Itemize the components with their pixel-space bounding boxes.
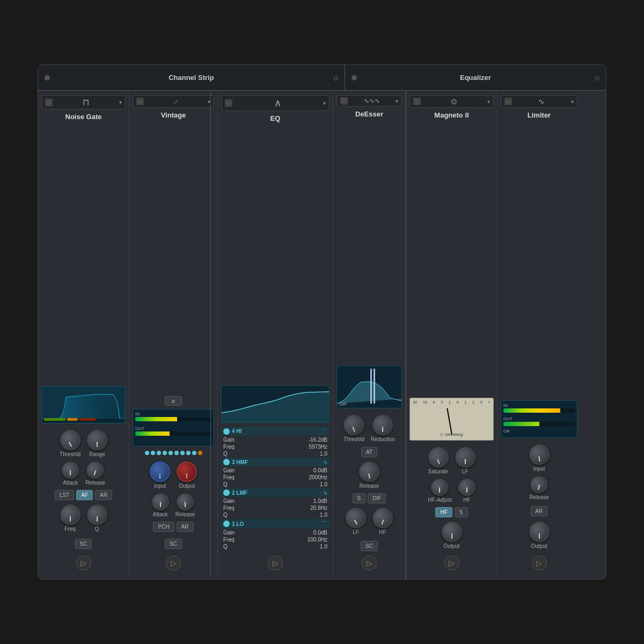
dot-6 xyxy=(174,451,179,455)
deesser-power-button[interactable]: ▷ xyxy=(362,555,377,570)
eq-band3-freq-row: Freq 2000Hz xyxy=(221,474,330,481)
limiter-dropdown[interactable]: ▾ xyxy=(571,99,574,105)
threshold-knob[interactable] xyxy=(60,430,80,450)
magneto-dropdown[interactable]: ▾ xyxy=(487,99,490,105)
magneto-hf-knob[interactable] xyxy=(458,479,475,496)
magneto-icon-box: □ xyxy=(413,98,421,105)
deesser-sc-button[interactable]: SC xyxy=(361,541,378,551)
vintage-input-knob[interactable] xyxy=(150,462,170,482)
limiter-release-knob[interactable] xyxy=(530,476,547,493)
dot-7 xyxy=(180,451,185,455)
gate-freq-knob[interactable] xyxy=(60,504,80,525)
limiter-power-button[interactable]: ▷ xyxy=(532,555,547,570)
eq-band1-gain-label: Gain xyxy=(223,530,235,536)
gate-af-button[interactable]: AF xyxy=(76,490,93,500)
eq-band4-gain-row: Gain -16.2dB xyxy=(221,436,330,443)
vintage-release-knob[interactable] xyxy=(177,493,194,510)
eq-band2-q-row: Q 1.0 xyxy=(221,511,330,518)
magneto-lf-knob[interactable] xyxy=(455,447,475,467)
eq-power-button[interactable]: ▷ xyxy=(268,555,283,570)
magneto-brand: ▷ steinberg xyxy=(441,432,463,437)
vintage-output-knob[interactable] xyxy=(177,462,197,482)
deesser-sc-container: SC xyxy=(361,540,378,551)
limiter-input-knob-container: Input xyxy=(529,444,550,472)
dot-8 xyxy=(186,451,191,455)
gate-power-button[interactable]: ▷ xyxy=(76,555,91,570)
gate-lst-button[interactable]: LST xyxy=(55,490,74,500)
eq-band4-toggle[interactable] xyxy=(223,428,230,435)
deesser-dropdown[interactable]: ▾ xyxy=(396,98,398,104)
gate-ar-button[interactable]: AR xyxy=(95,490,112,500)
noise-gate-header: □ ⊓ ▾ xyxy=(41,95,126,109)
eq-band2-toggle[interactable] xyxy=(223,489,230,496)
eq-band1-toggle[interactable] xyxy=(223,521,230,527)
deesser-release-knob[interactable] xyxy=(359,462,379,482)
gate-sc-button[interactable]: SC xyxy=(75,539,92,549)
gate-attack-label: Attack xyxy=(63,480,78,486)
magneto-hfadjust-label: HF-Adjust xyxy=(428,497,451,503)
deesser-reduction-knob-container: Reduction xyxy=(371,415,395,442)
vintage-power-button[interactable]: ▷ xyxy=(166,555,181,570)
gate-release-knob[interactable] xyxy=(86,462,104,479)
limiter-in-meter xyxy=(503,408,575,413)
deesser-lf-label: LF xyxy=(353,529,359,535)
vintage-pch-button[interactable]: PCH xyxy=(153,522,174,532)
deesser-release-label: Release xyxy=(360,483,379,489)
vintage-power-row: ▷ xyxy=(166,549,181,570)
deesser-lf-knob[interactable] xyxy=(346,508,366,528)
deesser-hf-knob-container: HF xyxy=(372,508,393,535)
deesser-s-button[interactable]: S xyxy=(353,493,366,503)
limiter-output-knob[interactable] xyxy=(529,522,550,542)
eq-band3-toggle[interactable] xyxy=(223,459,230,465)
vintage-attack-knob[interactable] xyxy=(152,493,169,510)
magneto-saturate-knob[interactable] xyxy=(428,447,449,467)
magneto-s-button[interactable]: S xyxy=(455,507,468,517)
eq-band1-freq-row: Freq 100.0Hz xyxy=(221,536,330,543)
magneto-saturate-label: Saturate xyxy=(428,469,449,474)
magneto-output-knob[interactable] xyxy=(442,522,462,542)
deesser-threshld-knob[interactable] xyxy=(343,415,364,435)
eq-band3-gain-value: 0.0dB xyxy=(313,467,327,473)
vintage-output-label: Output xyxy=(179,483,195,489)
gate-knobs-row3: Freq Q xyxy=(58,502,109,534)
deesser-hf-label: HF xyxy=(379,529,386,535)
limiter-input-knob[interactable] xyxy=(529,444,550,465)
gate-q-knob[interactable] xyxy=(87,504,107,525)
noise-gate-display xyxy=(41,386,126,423)
deesser-at-button[interactable]: AT xyxy=(361,447,377,457)
vintage-level-dots xyxy=(145,451,202,455)
magneto-hfadjust-knob-container: HF-Adjust xyxy=(428,479,451,503)
vintage-e-button[interactable]: e xyxy=(165,396,182,406)
gate-attack-knob[interactable] xyxy=(62,462,79,479)
eq-band4-name: 4 HI xyxy=(232,428,241,434)
equalizer-title: Equalizer xyxy=(460,74,491,82)
magneto-scale: 20106310123+ xyxy=(410,400,493,404)
eq-band3-q-row: Q 1.0 xyxy=(221,481,330,488)
deesser-waveform-icon: ∿∿∿ xyxy=(364,97,380,105)
magneto-hf-button[interactable]: HF xyxy=(435,507,452,517)
noise-gate-dropdown[interactable]: ▾ xyxy=(119,99,122,105)
eq-band1-q-value: 1.0 xyxy=(320,544,327,550)
eq-band3-freq-label: Freq xyxy=(223,474,235,480)
limiter-out-label: OUT xyxy=(503,416,575,421)
vintage-in-meter xyxy=(135,417,211,421)
deesser-dif-button[interactable]: DIF xyxy=(368,493,386,503)
vintage-ar-button[interactable]: AR xyxy=(177,522,194,532)
magneto-hfadjust-knob[interactable] xyxy=(431,479,448,496)
vintage-module: □ ⟋ ▾ Vintage e IN OUT xyxy=(129,91,218,579)
eq-band2-freq-value: 20.8Hz xyxy=(310,505,327,511)
deesser-reduction-knob[interactable] xyxy=(372,415,393,435)
eq-dropdown[interactable]: ▾ xyxy=(323,100,326,106)
eq-band1-header: 1 LO ⌒ xyxy=(221,519,330,529)
eq-band4-freq-label: Freq xyxy=(223,444,235,450)
range-knob[interactable] xyxy=(87,430,107,450)
magneto-output-knob-container: Output xyxy=(442,522,462,549)
deesser-hf-knob[interactable] xyxy=(372,508,393,528)
vintage-sc-button[interactable]: SC xyxy=(165,539,182,549)
gate-release-label: Release xyxy=(85,480,105,486)
magneto-power-button[interactable]: ▷ xyxy=(444,555,459,570)
deesser-release-knob-container: Release xyxy=(359,462,379,489)
limiter-ar-button[interactable]: AR xyxy=(531,506,548,516)
eq-band4-q-row: Q 1.0 xyxy=(221,450,330,457)
eq-band4-q-value: 1.0 xyxy=(320,451,327,457)
